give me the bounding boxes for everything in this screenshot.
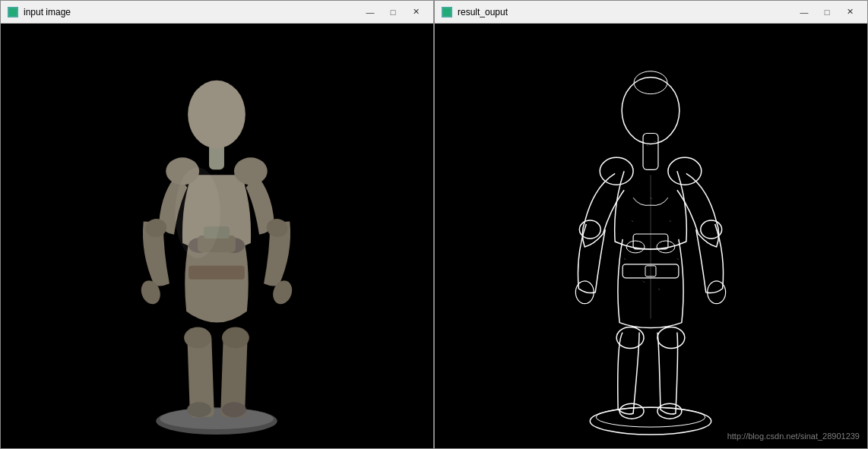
maximize-button-result[interactable]: □	[816, 3, 838, 21]
svg-rect-11	[188, 266, 245, 280]
svg-point-7	[187, 402, 211, 417]
close-button-result[interactable]: ✕	[838, 3, 861, 21]
svg-rect-27	[435, 24, 867, 448]
titlebar-result[interactable]: result_ouput — □ ✕	[435, 1, 867, 24]
svg-point-10	[222, 327, 249, 349]
window-content-result: http://blog.csdn.net/sinat_28901239	[435, 24, 867, 448]
svg-point-9	[184, 327, 211, 349]
titlebar-controls-result: — □ ✕	[793, 3, 861, 21]
minimize-button-result[interactable]: —	[793, 3, 816, 21]
window-result: result_ouput — □ ✕	[434, 0, 868, 449]
minimize-button-input[interactable]: —	[359, 3, 382, 21]
window-title-result: result_ouput	[458, 7, 793, 17]
svg-point-8	[222, 402, 246, 417]
desktop: input image — □ ✕	[0, 0, 868, 449]
window-input: input image — □ ✕	[0, 0, 434, 449]
window-content-input	[1, 24, 433, 448]
svg-point-24	[175, 167, 220, 258]
watermark: http://blog.csdn.net/sinat_28901239	[727, 432, 860, 441]
maximize-button-input[interactable]: □	[382, 3, 404, 21]
window-title-input: input image	[24, 7, 359, 17]
svg-point-4	[160, 408, 273, 429]
svg-point-17	[234, 157, 268, 185]
svg-rect-1	[9, 8, 17, 16]
app-icon-result	[441, 6, 453, 18]
mannequin-photo	[1, 24, 433, 448]
close-button-input[interactable]: ✕	[404, 3, 427, 21]
titlebar-controls-input: — □ ✕	[359, 3, 427, 21]
app-icon-input	[7, 6, 19, 18]
svg-point-19	[188, 81, 246, 149]
mannequin-edge	[435, 24, 867, 448]
svg-rect-26	[443, 8, 451, 16]
titlebar-input[interactable]: input image — □ ✕	[1, 1, 433, 24]
